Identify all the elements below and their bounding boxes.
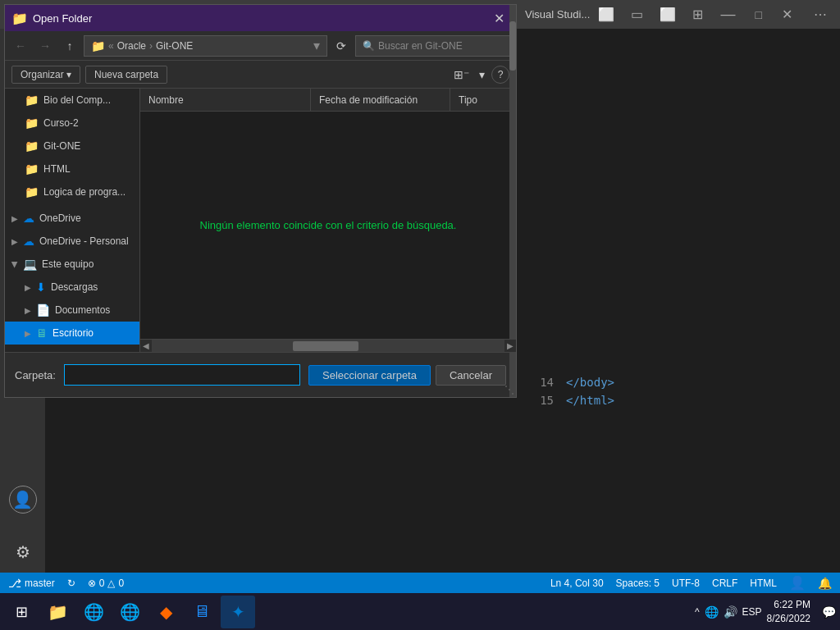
address-dropdown-icon[interactable]: ▾ <box>313 38 320 53</box>
file-pane: Nombre Fecha de modificación Tipo Ningún… <box>140 89 516 352</box>
dialog-title-text: Open Folder <box>33 12 92 25</box>
layout-icon-3[interactable]: ⬜ <box>655 5 681 24</box>
col-date[interactable]: Fecha de modificación <box>311 89 450 111</box>
select-folder-button[interactable]: Seleccionar carpeta <box>308 365 431 386</box>
nav-label-logica: Logica de progra... <box>43 186 126 198</box>
edge-icon: 🌐 <box>84 602 104 622</box>
address-bar[interactable]: 📁 « Oracle › Git-ONE ▾ <box>84 35 327 57</box>
activity-settings-icon[interactable]: ⚙ <box>9 538 37 566</box>
code-area: 14 </body> 15 </html> <box>517 373 840 409</box>
nav-arrow-documentos: ▶ <box>25 306 31 315</box>
close-button[interactable]: ✕ <box>775 7 799 22</box>
statusbar-bell-icon[interactable]: 🔔 <box>818 577 832 590</box>
nav-label-este-equipo: Este equipo <box>42 258 94 270</box>
nav-item-bio[interactable]: 📁 Bio del Comp... <box>5 89 139 112</box>
tray-volume-icon[interactable]: 🔊 <box>724 605 737 619</box>
nav-item-este-equipo[interactable]: ▶ 💻 Este equipo <box>5 253 139 276</box>
start-button[interactable]: ⊞ <box>4 596 39 628</box>
nav-item-escritorio[interactable]: ▶ 🖥 Escritorio <box>5 322 139 345</box>
new-folder-button[interactable]: Nueva carpeta <box>85 66 167 84</box>
nav-item-descargas[interactable]: ▶ ⬇ Descargas <box>5 276 139 299</box>
help-icon: ? <box>498 69 504 80</box>
nav-item-html[interactable]: 📁 HTML <box>5 158 139 180</box>
taskbar-explorer[interactable]: 📁 <box>40 596 75 628</box>
statusbar-line-ending[interactable]: CRLF <box>712 578 737 589</box>
resize-handle[interactable]: ⋱ <box>504 384 514 395</box>
nav-icon-descargas: ⬇ <box>36 281 46 294</box>
taskbar-browser2[interactable]: 🖥 <box>185 596 219 628</box>
statusbar-encoding[interactable]: UTF-8 <box>672 578 700 589</box>
layout-icon-1[interactable]: ⬜ <box>593 5 619 24</box>
address-part1: Oracle <box>117 40 146 52</box>
forward-button[interactable]: → <box>34 35 56 57</box>
nav-item-logica[interactable]: 📁 Logica de progra... <box>5 180 139 203</box>
vscode-title: Visual Studi... <box>525 8 590 21</box>
nav-label-gitone: Git-ONE <box>43 140 80 152</box>
up-button[interactable]: ↑ <box>59 35 80 57</box>
nav-item-curso2[interactable]: 📁 Curso-2 <box>5 112 139 135</box>
address-root: « <box>108 40 114 52</box>
address-path: « Oracle › Git-ONE <box>108 40 193 52</box>
statusbar-branch[interactable]: ⎇ master <box>8 577 55 590</box>
dialog-title-area: 📁 Open Folder <box>11 11 92 26</box>
vscode-icon: ✦ <box>231 602 245 622</box>
statusbar-user-icon[interactable]: 👤 <box>789 575 806 591</box>
dialog-close-button[interactable]: ✕ <box>489 9 509 28</box>
nav-item-gitone[interactable]: 📁 Git-ONE <box>5 135 139 158</box>
statusbar-language[interactable]: HTML <box>750 578 777 589</box>
taskbar-chrome[interactable]: 🌐 <box>112 596 147 628</box>
statusbar-position[interactable]: Ln 4, Col 30 <box>550 578 604 589</box>
col-name-label: Nombre <box>148 94 184 106</box>
hscroll-thumb <box>293 341 358 351</box>
nav-item-onedrive-personal[interactable]: ▶ ☁ OneDrive - Personal <box>5 230 139 253</box>
dialog-body: 📁 Bio del Comp... 📁 Curso-2 📁 Git-ONE 📁 … <box>5 89 516 352</box>
nav-arrow-onedrive: ▶ <box>11 214 18 223</box>
maximize-button[interactable]: □ <box>749 8 769 21</box>
dialog-actionbar: Organizar ▾ Nueva carpeta ⊞⁻ ▾ ? <box>5 61 516 89</box>
hscroll-track[interactable] <box>152 340 504 352</box>
code-tag-html-close: </html> <box>566 394 614 407</box>
refresh-button[interactable]: ⟳ <box>331 35 352 57</box>
view-toggle-icon[interactable]: ⊞⁻ <box>450 66 472 83</box>
taskbar-time: 6:22 PM <box>767 598 810 612</box>
statusbar-spaces[interactable]: Spaces: 5 <box>616 578 660 589</box>
tray-network-icon[interactable]: 🌐 <box>705 605 719 619</box>
search-bar[interactable]: 🔍 Buscar en Git-ONE <box>355 35 511 57</box>
nav-item-onedrive[interactable]: ▶ ☁ OneDrive <box>5 207 139 230</box>
tray-language[interactable]: ESP <box>742 606 762 618</box>
horizontal-scrollbar[interactable]: ◀ ▶ <box>140 339 516 352</box>
search-placeholder: Buscar en Git-ONE <box>378 40 463 52</box>
minimize-button[interactable]: — <box>714 6 742 23</box>
nav-icon-documentos: 📄 <box>36 304 50 317</box>
nav-item-documentos[interactable]: ▶ 📄 Documentos <box>5 299 139 322</box>
taskbar-edge[interactable]: 🌐 <box>76 596 111 628</box>
hscroll-left-btn[interactable]: ◀ <box>140 340 152 352</box>
layout-icon-2[interactable]: ▭ <box>626 5 648 24</box>
warning-count: 0 <box>118 578 124 589</box>
col-type[interactable]: Tipo <box>450 89 516 111</box>
nav-arrow-onedrive-personal: ▶ <box>11 237 18 246</box>
statusbar-errors[interactable]: ⊗ 0 △ 0 <box>88 578 124 589</box>
statusbar-sync[interactable]: ↻ <box>67 578 75 589</box>
col-name[interactable]: Nombre <box>140 89 311 111</box>
statusbar: ⎇ master ↻ ⊗ 0 △ 0 Ln 4, Col 30 Spaces: … <box>0 573 840 593</box>
activity-user-icon[interactable]: 👤 <box>9 486 37 514</box>
more-options-icon[interactable]: ⋯ <box>809 5 832 24</box>
folder-input[interactable] <box>64 364 300 386</box>
navigation-pane: 📁 Bio del Comp... 📁 Curso-2 📁 Git-ONE 📁 … <box>5 89 140 352</box>
taskbar-clock[interactable]: 6:22 PM 8/26/2022 <box>767 598 817 626</box>
select-folder-label: Seleccionar carpeta <box>322 369 417 381</box>
taskbar-vscode[interactable]: ✦ <box>221 596 255 628</box>
hscroll-right-btn[interactable]: ▶ <box>504 340 516 352</box>
layout-icon-4[interactable]: ⊞ <box>687 5 708 24</box>
back-button[interactable]: ← <box>10 35 31 57</box>
view-dropdown-icon[interactable]: ▾ <box>476 66 488 83</box>
help-button[interactable]: ? <box>491 66 509 84</box>
spaces-label: Spaces: 5 <box>616 578 660 589</box>
taskbar-sublime[interactable]: ◆ <box>148 596 183 628</box>
tray-caret-icon[interactable]: ^ <box>695 606 700 618</box>
organize-button[interactable]: Organizar ▾ <box>11 66 80 84</box>
tray-notification-icon[interactable]: 💬 <box>822 605 836 619</box>
nav-folder-icon-logica: 📁 <box>25 185 39 199</box>
cancel-button[interactable]: Cancelar <box>436 365 506 386</box>
